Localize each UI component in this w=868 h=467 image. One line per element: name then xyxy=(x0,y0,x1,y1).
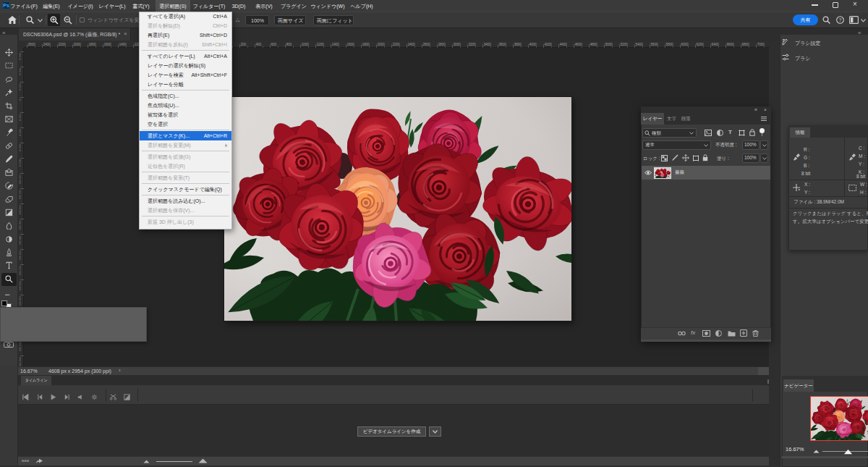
svg-text:?: ? xyxy=(839,17,842,22)
